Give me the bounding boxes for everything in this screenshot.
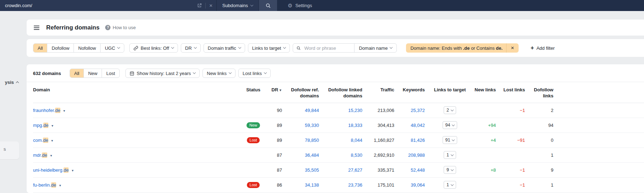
column-header-lost-links[interactable]: Lost links — [499, 87, 528, 93]
chevron-down-icon — [452, 138, 455, 141]
dofollow-ref-domains-value[interactable]: 59,330 — [283, 123, 322, 128]
keywords-value[interactable]: 52,448 — [397, 167, 428, 173]
links-to-target-select[interactable]: 9 — [444, 166, 456, 174]
lost-links-value[interactable]: −1 — [499, 182, 528, 188]
new-links-value[interactable]: +94 — [472, 123, 499, 128]
dofollow-linked-domains-value[interactable]: 8,530 — [322, 152, 365, 158]
links-to-target-filter-button[interactable]: Links to target — [248, 43, 290, 53]
settings-label: Settings — [295, 3, 312, 8]
mode-dropdown[interactable]: Subdomains — [216, 0, 259, 11]
lost-links-value[interactable]: −1 — [499, 108, 528, 113]
dr-value: 87 — [271, 167, 283, 173]
traffic-value: 175,101 — [365, 182, 397, 188]
domain-link[interactable]: fraunhofer.de ▾ — [33, 108, 236, 113]
links-to-target-label: Links to target — [252, 45, 281, 51]
column-header-traffic[interactable]: Traffic — [365, 87, 397, 93]
show-history-button[interactable]: Show history: Last 2 years — [125, 69, 200, 78]
keywords-value[interactable]: 39,064 — [397, 182, 428, 188]
segment-ugc[interactable]: UGC — [100, 44, 124, 52]
domain-link[interactable]: mpg.de ▾ — [33, 123, 236, 128]
domain-caret-icon[interactable]: ▾ — [63, 109, 65, 113]
keywords-value[interactable]: 208,988 — [397, 152, 428, 158]
keywords-value[interactable]: 81,426 — [397, 138, 428, 143]
help-icon: ? — [105, 25, 110, 30]
chevron-up-icon — [16, 81, 19, 84]
new-links-value[interactable]: +4 — [472, 138, 499, 143]
column-header-dofollow-ref-domains[interactable]: Dofollow ref. domains — [283, 87, 322, 99]
domain-link[interactable]: mdr.de ▾ — [33, 152, 236, 158]
status-segment-new[interactable]: New — [83, 69, 102, 77]
chevron-down-icon — [451, 153, 454, 156]
table-header-row: Domain Status DR▼ Dofollow ref. domains … — [33, 82, 644, 103]
search-icon — [266, 3, 271, 8]
domain-caret-icon[interactable]: ▾ — [59, 183, 61, 187]
new-links-button[interactable]: New links — [202, 69, 236, 78]
links-to-target-select[interactable]: 1 — [444, 181, 456, 189]
column-header-dr[interactable]: DR▼ — [271, 87, 283, 93]
segment-dofollow[interactable]: Dofollow — [47, 44, 74, 52]
dofollow-ref-domains-value[interactable]: 34,138 — [283, 182, 322, 188]
external-link-icon[interactable] — [197, 3, 202, 8]
domain-caret-icon[interactable]: ▾ — [50, 154, 52, 157]
lost-links-button[interactable]: Lost links — [238, 69, 271, 78]
sidebar-clipped-nav-item[interactable]: ysis — [0, 80, 18, 85]
dofollow-linked-domains-value[interactable]: 23,736 — [322, 182, 365, 188]
domain-link[interactable]: uni-heidelberg.de ▾ — [33, 167, 236, 173]
link-icon — [134, 46, 138, 50]
lost-links-value[interactable]: −91 — [499, 138, 528, 143]
dofollow-ref-domains-value[interactable]: 78,850 — [283, 138, 322, 143]
column-header-keywords[interactable]: Keywords — [397, 87, 428, 93]
domain-traffic-filter-button[interactable]: Domain traffic — [204, 43, 245, 53]
search-icon — [297, 46, 301, 50]
dofollow-linked-domains-value[interactable]: 27,627 — [322, 167, 365, 173]
dr-filter-button[interactable]: DR — [181, 43, 201, 53]
links-to-target-select[interactable]: 1 — [444, 151, 456, 159]
lost-links-value[interactable]: −1 — [499, 167, 528, 173]
chevron-down-icon — [250, 3, 253, 6]
remove-filter-button[interactable]: ✕ — [506, 43, 519, 53]
word-or-phrase-input[interactable] — [304, 45, 351, 51]
column-header-links-to-target[interactable]: Links to target — [428, 87, 472, 93]
dofollow-linked-domains-value[interactable]: 15,230 — [322, 108, 365, 113]
links-to-target-select[interactable]: 91 — [443, 136, 458, 144]
how-to-use-link[interactable]: ? How to use — [105, 25, 136, 30]
column-header-status[interactable]: Status — [236, 87, 271, 93]
column-header-dofollow-links[interactable]: Dofollow links — [528, 87, 556, 99]
best-links-filter-button[interactable]: Best links: Off — [129, 43, 178, 53]
status-segment-lost[interactable]: Lost — [102, 69, 119, 77]
keywords-value[interactable]: 48,042 — [397, 123, 428, 128]
domain-link[interactable]: fu-berlin.de ▾ — [33, 182, 236, 188]
dofollow-linked-domains-value[interactable]: 18,333 — [322, 123, 365, 128]
sidebar-clipped-tab[interactable]: s — [0, 141, 19, 159]
filter-match-highlight: de — [42, 152, 47, 158]
filter-match-highlight: de — [43, 123, 48, 128]
add-filter-button[interactable]: + Add filter — [531, 45, 555, 51]
domain-caret-icon[interactable]: ▾ — [52, 124, 53, 128]
status-segment-all[interactable]: All — [70, 69, 83, 77]
dofollow-links-value: 9 — [528, 167, 556, 173]
target-url-input[interactable] — [4, 2, 194, 9]
domain-link[interactable]: com.de ▾ — [33, 138, 236, 143]
new-links-value[interactable]: +8 — [472, 167, 499, 173]
domain-name-dropdown[interactable]: Domain name — [354, 44, 396, 52]
dofollow-links-value: 94 — [528, 123, 556, 128]
settings-button[interactable]: ⚙ Settings — [288, 0, 312, 11]
clear-url-icon[interactable]: ✕ — [209, 3, 213, 8]
segment-all[interactable]: All — [33, 44, 47, 52]
dofollow-ref-domains-value[interactable]: 49,844 — [283, 108, 322, 113]
menu-icon[interactable] — [33, 24, 40, 31]
links-to-target-select[interactable]: 2 — [444, 106, 456, 114]
dofollow-linked-domains-value[interactable]: 8,044 — [322, 138, 365, 143]
domain-caret-icon[interactable]: ▾ — [72, 168, 74, 172]
keywords-value[interactable]: 25,372 — [397, 108, 428, 113]
domain-caret-icon[interactable]: ▾ — [51, 139, 53, 143]
dofollow-ref-domains-value[interactable]: 36,484 — [283, 152, 322, 158]
search-button[interactable] — [259, 0, 277, 11]
column-header-dofollow-linked-domains[interactable]: Dofollow linked domains — [322, 87, 365, 99]
dofollow-ref-domains-value[interactable]: 35,505 — [283, 167, 322, 173]
column-header-new-links[interactable]: New links — [472, 87, 499, 93]
segment-nofollow[interactable]: Nofollow — [74, 44, 100, 52]
links-to-target-select[interactable]: 94 — [443, 121, 458, 129]
table-row: uni-heidelberg.de ▾ 87 35,505 27,627 335… — [33, 163, 644, 178]
column-header-domain[interactable]: Domain — [33, 87, 236, 93]
